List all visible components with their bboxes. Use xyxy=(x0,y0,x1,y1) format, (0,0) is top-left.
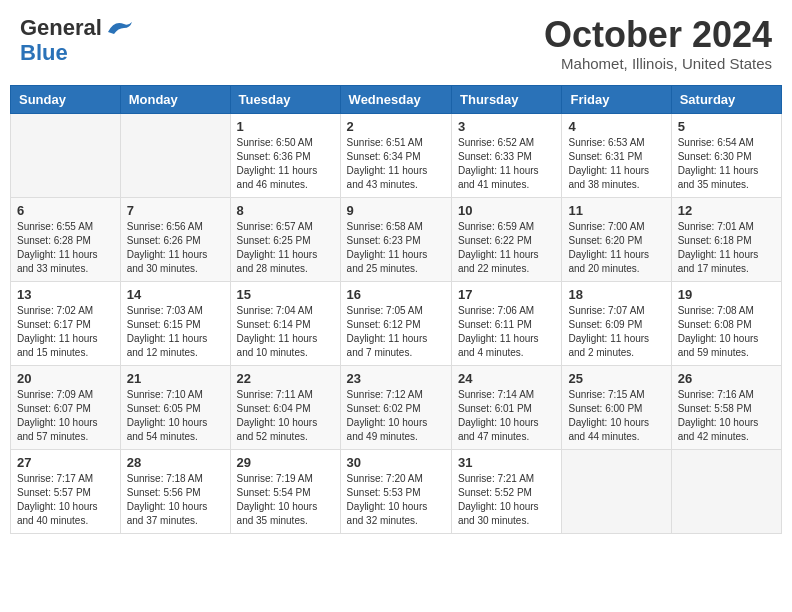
day-info: Sunrise: 7:11 AMSunset: 6:04 PMDaylight:… xyxy=(237,388,334,444)
col-sunday: Sunday xyxy=(11,85,121,113)
day-info: Sunrise: 6:55 AMSunset: 6:28 PMDaylight:… xyxy=(17,220,114,276)
calendar-cell-w1-d5: 3Sunrise: 6:52 AMSunset: 6:33 PMDaylight… xyxy=(452,113,562,197)
day-number: 28 xyxy=(127,455,224,470)
day-number: 14 xyxy=(127,287,224,302)
day-info: Sunrise: 7:16 AMSunset: 5:58 PMDaylight:… xyxy=(678,388,775,444)
logo: General Blue xyxy=(20,15,132,66)
day-info: Sunrise: 7:14 AMSunset: 6:01 PMDaylight:… xyxy=(458,388,555,444)
day-info: Sunrise: 7:21 AMSunset: 5:52 PMDaylight:… xyxy=(458,472,555,528)
calendar-cell-w4-d5: 24Sunrise: 7:14 AMSunset: 6:01 PMDayligh… xyxy=(452,365,562,449)
calendar-header-row: Sunday Monday Tuesday Wednesday Thursday… xyxy=(11,85,782,113)
day-info: Sunrise: 6:52 AMSunset: 6:33 PMDaylight:… xyxy=(458,136,555,192)
day-number: 17 xyxy=(458,287,555,302)
day-number: 9 xyxy=(347,203,445,218)
day-info: Sunrise: 7:08 AMSunset: 6:08 PMDaylight:… xyxy=(678,304,775,360)
day-number: 18 xyxy=(568,287,664,302)
calendar-cell-w4-d1: 20Sunrise: 7:09 AMSunset: 6:07 PMDayligh… xyxy=(11,365,121,449)
day-number: 23 xyxy=(347,371,445,386)
calendar-cell-w5-d6 xyxy=(562,449,671,533)
calendar-cell-w5-d1: 27Sunrise: 7:17 AMSunset: 5:57 PMDayligh… xyxy=(11,449,121,533)
calendar-cell-w5-d4: 30Sunrise: 7:20 AMSunset: 5:53 PMDayligh… xyxy=(340,449,451,533)
day-info: Sunrise: 6:50 AMSunset: 6:36 PMDaylight:… xyxy=(237,136,334,192)
day-number: 11 xyxy=(568,203,664,218)
day-info: Sunrise: 6:51 AMSunset: 6:34 PMDaylight:… xyxy=(347,136,445,192)
col-friday: Friday xyxy=(562,85,671,113)
calendar-cell-w2-d2: 7Sunrise: 6:56 AMSunset: 6:26 PMDaylight… xyxy=(120,197,230,281)
day-info: Sunrise: 7:12 AMSunset: 6:02 PMDaylight:… xyxy=(347,388,445,444)
calendar-cell-w1-d4: 2Sunrise: 6:51 AMSunset: 6:34 PMDaylight… xyxy=(340,113,451,197)
day-number: 13 xyxy=(17,287,114,302)
calendar-cell-w2-d4: 9Sunrise: 6:58 AMSunset: 6:23 PMDaylight… xyxy=(340,197,451,281)
calendar-week-2: 6Sunrise: 6:55 AMSunset: 6:28 PMDaylight… xyxy=(11,197,782,281)
logo-blue-text: Blue xyxy=(20,40,68,65)
day-number: 22 xyxy=(237,371,334,386)
day-number: 6 xyxy=(17,203,114,218)
day-info: Sunrise: 7:03 AMSunset: 6:15 PMDaylight:… xyxy=(127,304,224,360)
day-number: 3 xyxy=(458,119,555,134)
location-text: Mahomet, Illinois, United States xyxy=(544,55,772,72)
day-number: 10 xyxy=(458,203,555,218)
col-tuesday: Tuesday xyxy=(230,85,340,113)
day-number: 5 xyxy=(678,119,775,134)
day-info: Sunrise: 6:57 AMSunset: 6:25 PMDaylight:… xyxy=(237,220,334,276)
day-info: Sunrise: 7:15 AMSunset: 6:00 PMDaylight:… xyxy=(568,388,664,444)
calendar-cell-w3-d2: 14Sunrise: 7:03 AMSunset: 6:15 PMDayligh… xyxy=(120,281,230,365)
day-number: 19 xyxy=(678,287,775,302)
day-info: Sunrise: 7:06 AMSunset: 6:11 PMDaylight:… xyxy=(458,304,555,360)
calendar-cell-w5-d3: 29Sunrise: 7:19 AMSunset: 5:54 PMDayligh… xyxy=(230,449,340,533)
calendar-cell-w1-d3: 1Sunrise: 6:50 AMSunset: 6:36 PMDaylight… xyxy=(230,113,340,197)
col-monday: Monday xyxy=(120,85,230,113)
calendar-week-5: 27Sunrise: 7:17 AMSunset: 5:57 PMDayligh… xyxy=(11,449,782,533)
day-info: Sunrise: 6:56 AMSunset: 6:26 PMDaylight:… xyxy=(127,220,224,276)
page-header: General Blue October 2024 Mahomet, Illin… xyxy=(10,10,782,77)
calendar-cell-w2-d5: 10Sunrise: 6:59 AMSunset: 6:22 PMDayligh… xyxy=(452,197,562,281)
col-wednesday: Wednesday xyxy=(340,85,451,113)
calendar-cell-w2-d1: 6Sunrise: 6:55 AMSunset: 6:28 PMDaylight… xyxy=(11,197,121,281)
day-info: Sunrise: 7:01 AMSunset: 6:18 PMDaylight:… xyxy=(678,220,775,276)
day-info: Sunrise: 7:17 AMSunset: 5:57 PMDaylight:… xyxy=(17,472,114,528)
day-number: 31 xyxy=(458,455,555,470)
day-info: Sunrise: 6:59 AMSunset: 6:22 PMDaylight:… xyxy=(458,220,555,276)
calendar-table: Sunday Monday Tuesday Wednesday Thursday… xyxy=(10,85,782,534)
calendar-cell-w3-d6: 18Sunrise: 7:07 AMSunset: 6:09 PMDayligh… xyxy=(562,281,671,365)
calendar-cell-w2-d6: 11Sunrise: 7:00 AMSunset: 6:20 PMDayligh… xyxy=(562,197,671,281)
calendar-cell-w4-d6: 25Sunrise: 7:15 AMSunset: 6:00 PMDayligh… xyxy=(562,365,671,449)
calendar-cell-w4-d7: 26Sunrise: 7:16 AMSunset: 5:58 PMDayligh… xyxy=(671,365,781,449)
logo-bird-icon xyxy=(104,18,132,36)
day-number: 27 xyxy=(17,455,114,470)
day-info: Sunrise: 6:58 AMSunset: 6:23 PMDaylight:… xyxy=(347,220,445,276)
title-area: October 2024 Mahomet, Illinois, United S… xyxy=(544,15,772,72)
calendar-cell-w3-d3: 15Sunrise: 7:04 AMSunset: 6:14 PMDayligh… xyxy=(230,281,340,365)
day-info: Sunrise: 7:07 AMSunset: 6:09 PMDaylight:… xyxy=(568,304,664,360)
day-number: 2 xyxy=(347,119,445,134)
calendar-week-4: 20Sunrise: 7:09 AMSunset: 6:07 PMDayligh… xyxy=(11,365,782,449)
calendar-cell-w2-d3: 8Sunrise: 6:57 AMSunset: 6:25 PMDaylight… xyxy=(230,197,340,281)
calendar-week-3: 13Sunrise: 7:02 AMSunset: 6:17 PMDayligh… xyxy=(11,281,782,365)
day-info: Sunrise: 7:04 AMSunset: 6:14 PMDaylight:… xyxy=(237,304,334,360)
calendar-cell-w3-d7: 19Sunrise: 7:08 AMSunset: 6:08 PMDayligh… xyxy=(671,281,781,365)
calendar-cell-w3-d5: 17Sunrise: 7:06 AMSunset: 6:11 PMDayligh… xyxy=(452,281,562,365)
day-number: 20 xyxy=(17,371,114,386)
day-number: 30 xyxy=(347,455,445,470)
day-number: 12 xyxy=(678,203,775,218)
day-number: 24 xyxy=(458,371,555,386)
calendar-cell-w1-d6: 4Sunrise: 6:53 AMSunset: 6:31 PMDaylight… xyxy=(562,113,671,197)
month-title: October 2024 xyxy=(544,15,772,55)
day-number: 26 xyxy=(678,371,775,386)
day-number: 25 xyxy=(568,371,664,386)
calendar-cell-w1-d2 xyxy=(120,113,230,197)
calendar-cell-w2-d7: 12Sunrise: 7:01 AMSunset: 6:18 PMDayligh… xyxy=(671,197,781,281)
day-info: Sunrise: 7:20 AMSunset: 5:53 PMDaylight:… xyxy=(347,472,445,528)
day-number: 16 xyxy=(347,287,445,302)
calendar-cell-w3-d4: 16Sunrise: 7:05 AMSunset: 6:12 PMDayligh… xyxy=(340,281,451,365)
day-info: Sunrise: 6:53 AMSunset: 6:31 PMDaylight:… xyxy=(568,136,664,192)
day-number: 21 xyxy=(127,371,224,386)
calendar-cell-w3-d1: 13Sunrise: 7:02 AMSunset: 6:17 PMDayligh… xyxy=(11,281,121,365)
day-info: Sunrise: 7:05 AMSunset: 6:12 PMDaylight:… xyxy=(347,304,445,360)
calendar-cell-w4-d3: 22Sunrise: 7:11 AMSunset: 6:04 PMDayligh… xyxy=(230,365,340,449)
day-info: Sunrise: 7:10 AMSunset: 6:05 PMDaylight:… xyxy=(127,388,224,444)
day-number: 7 xyxy=(127,203,224,218)
calendar-cell-w1-d1 xyxy=(11,113,121,197)
calendar-week-1: 1Sunrise: 6:50 AMSunset: 6:36 PMDaylight… xyxy=(11,113,782,197)
day-number: 8 xyxy=(237,203,334,218)
